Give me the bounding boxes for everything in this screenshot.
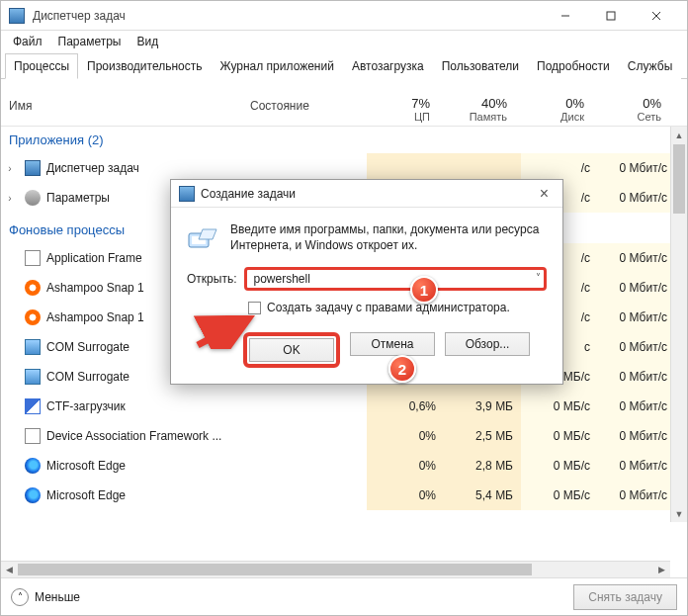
process-icon (25, 309, 41, 325)
annotation-badge-2: 2 (388, 355, 416, 383)
app-icon (9, 8, 25, 24)
admin-label: Создать задачу с правами администратора. (267, 301, 510, 314)
process-name: Диспетчер задач (46, 161, 248, 175)
table-row[interactable]: CTF-загрузчик 0,6% 3,9 МБ 0 МБ/с 0 Мбит/… (1, 392, 687, 421)
cpu-cell: 0,6% (367, 392, 444, 421)
table-row[interactable]: Microsoft Edge 0% 5,4 МБ 0 МБ/с 0 Мбит/c (1, 481, 687, 510)
disk-cell: 0 МБ/с (521, 451, 598, 481)
network-cell: 0 Мбит/c (598, 303, 675, 332)
admin-checkbox[interactable] (248, 302, 261, 314)
maximize-button[interactable] (588, 1, 634, 31)
annotation-badge-1: 1 (410, 276, 438, 304)
column-headers: Имя Состояние 7%ЦП 40%Память 0%Диск 0%Се… (1, 93, 687, 127)
expand-icon[interactable]: › (1, 163, 19, 174)
process-icon (25, 280, 41, 296)
group-apps[interactable]: Приложения (2) (1, 127, 687, 153)
cpu-cell: 0% (367, 481, 444, 510)
network-cell: 0 Мбит/c (598, 153, 675, 183)
close-button[interactable] (634, 1, 679, 31)
vertical-scrollbar[interactable]: ▲ ▼ (670, 127, 687, 522)
memory-cell: 3,9 МБ (444, 392, 521, 421)
scrollbar-thumb-x[interactable] (18, 564, 532, 575)
dialog-close-button[interactable]: × (534, 185, 555, 203)
header-state[interactable]: Состояние (242, 93, 361, 126)
tab-startup[interactable]: Автозагрузка (343, 53, 433, 79)
browse-button[interactable]: Обзор... (445, 332, 530, 356)
open-input[interactable] (244, 267, 547, 291)
process-icon (25, 369, 41, 385)
process-name: Microsoft Edge (46, 488, 248, 502)
horizontal-scrollbar[interactable]: ◀ ▶ (1, 561, 670, 577)
table-row[interactable]: Device Association Framework ... 0% 2,5 … (1, 421, 687, 451)
network-cell: 0 Мбит/c (598, 421, 675, 451)
cpu-cell: 0% (367, 451, 444, 481)
tab-history[interactable]: Журнал приложений (212, 53, 343, 79)
process-icon (25, 339, 41, 355)
header-network[interactable]: 0%Сеть (592, 93, 669, 126)
process-name: Device Association Framework ... (46, 429, 248, 443)
dialog-title: Создание задачи (201, 187, 296, 201)
end-task-button[interactable]: Снять задачу (573, 584, 677, 610)
window-title: Диспетчер задач (33, 9, 543, 23)
header-name[interactable]: Имя (1, 93, 242, 126)
dialog-instruction: Введите имя программы, папки, документа … (230, 221, 547, 253)
chevron-up-icon: ˄ (11, 588, 29, 606)
header-disk[interactable]: 0%Диск (515, 93, 592, 126)
network-cell: 0 Мбит/c (598, 273, 675, 303)
tabs: Процессы Производительность Журнал прило… (1, 52, 687, 79)
network-cell: 0 Мбит/c (598, 392, 675, 421)
network-cell: 0 Мбит/c (598, 481, 675, 510)
tab-processes[interactable]: Процессы (5, 53, 78, 79)
open-label: Открыть: (187, 272, 236, 286)
menu-view[interactable]: Вид (130, 33, 164, 50)
menu-options[interactable]: Параметры (52, 33, 128, 50)
network-cell: 0 Мбит/c (598, 183, 675, 213)
run-icon (187, 221, 218, 253)
network-cell: 0 Мбит/c (598, 243, 675, 273)
disk-cell: 0 МБ/с (521, 481, 598, 510)
network-cell: 0 Мбит/c (598, 451, 675, 481)
ok-highlight: OK (243, 332, 340, 368)
process-icon (25, 160, 41, 176)
ok-button[interactable]: OK (249, 338, 334, 362)
footer: ˄ Меньше Снять задачу (1, 577, 687, 615)
scrollbar-thumb[interactable] (673, 144, 685, 214)
header-cpu[interactable]: 7%ЦП (361, 93, 438, 126)
process-icon (25, 190, 41, 206)
menubar: Файл Параметры Вид (1, 31, 687, 52)
chevron-down-icon[interactable]: ˅ (536, 272, 541, 283)
process-icon (25, 398, 41, 414)
svg-rect-1 (607, 12, 615, 20)
process-icon (25, 487, 41, 503)
process-icon (25, 250, 41, 266)
titlebar: Диспетчер задач (1, 1, 687, 31)
annotation-arrow (194, 315, 255, 352)
cancel-button[interactable]: Отмена (350, 332, 435, 356)
process-name: Microsoft Edge (46, 459, 248, 473)
memory-cell: 2,8 МБ (444, 451, 521, 481)
process-name: CTF-загрузчик (46, 399, 248, 413)
fewer-details-button[interactable]: ˄ Меньше (11, 588, 80, 606)
process-icon (25, 428, 41, 444)
network-cell: 0 Мбит/c (598, 362, 675, 392)
disk-cell: 0 МБ/с (521, 392, 598, 421)
network-cell: 0 Мбит/c (598, 332, 675, 362)
tab-services[interactable]: Службы (619, 53, 681, 79)
dialog-icon (179, 186, 195, 202)
process-icon (25, 458, 41, 474)
cpu-cell: 0% (367, 421, 444, 451)
table-row[interactable]: Microsoft Edge 0% 2,8 МБ 0 МБ/с 0 Мбит/c (1, 451, 687, 481)
disk-cell: 0 МБ/с (521, 421, 598, 451)
memory-cell: 5,4 МБ (444, 481, 521, 510)
tab-details[interactable]: Подробности (528, 53, 619, 79)
dialog-titlebar[interactable]: Создание задачи × (171, 180, 562, 208)
tab-performance[interactable]: Производительность (78, 53, 211, 79)
tab-users[interactable]: Пользователи (433, 53, 528, 79)
menu-file[interactable]: Файл (7, 33, 48, 50)
memory-cell: 2,5 МБ (444, 421, 521, 451)
create-task-dialog: Создание задачи × Введите имя программы,… (170, 179, 563, 385)
expand-icon[interactable]: › (1, 193, 19, 204)
svg-line-6 (198, 321, 243, 345)
minimize-button[interactable] (543, 1, 588, 31)
header-memory[interactable]: 40%Память (438, 93, 515, 126)
